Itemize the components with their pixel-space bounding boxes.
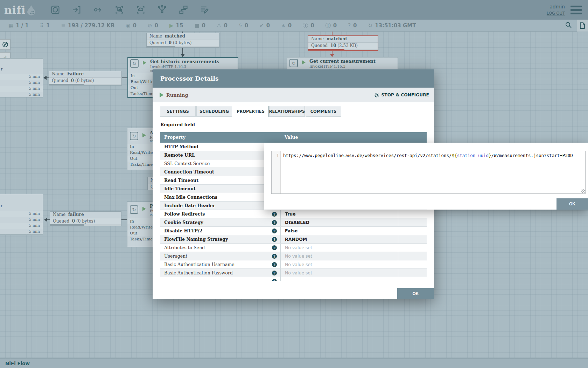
stat-invalid: ⚠0: [217, 22, 227, 29]
connection-label-matched-alert[interactable]: Name matched Queued 10 (2.53 KB): [308, 35, 378, 51]
navigate-palette-button[interactable]: [0, 39, 10, 50]
sync-failure-icon: ?: [348, 22, 351, 29]
stat-stopped: ■0: [194, 22, 205, 29]
tab-scheduling[interactable]: SCHEDULING: [196, 106, 232, 117]
gear-icon: [374, 93, 379, 98]
search-icon[interactable]: [565, 21, 572, 30]
running-icon: ▶: [169, 22, 174, 29]
label-icon[interactable]: [200, 5, 210, 15]
running-indicator-icon: [143, 61, 146, 65]
component-toolbar: [50, 5, 210, 15]
remote-url-value[interactable]: https://www.pegelonline.wsv.de/webservic…: [281, 151, 573, 193]
table-row: Basic Authentication Username?No value s…: [160, 260, 427, 269]
current-user: admin: [547, 4, 565, 9]
connection-label-failure-bottom[interactable]: Name failure Queued 0 (0 bytes): [50, 211, 121, 226]
running-indicator-icon: [142, 207, 146, 211]
running-status-icon: [160, 93, 163, 97]
invalid-icon: ⚠: [217, 22, 221, 29]
stat-not-transmitting: ⊘0: [148, 22, 158, 29]
refresh-icon[interactable]: ↻: [368, 22, 373, 29]
template-icon[interactable]: [178, 5, 188, 15]
stat-connected-nodes: ▦1 / 1: [8, 22, 29, 29]
remote-process-group-icon[interactable]: [136, 5, 146, 15]
processor-title: Get current measurement: [309, 59, 376, 64]
dialog-ok-button[interactable]: OK: [397, 288, 434, 299]
tab-comments[interactable]: COMMENTS: [306, 106, 341, 117]
help-icon[interactable]: ?: [272, 279, 277, 281]
stat-locally-modified: ∗0: [281, 22, 292, 29]
stat-running: ▶15: [169, 22, 183, 29]
global-menu-icon[interactable]: [570, 6, 582, 14]
processor-icon[interactable]: [50, 5, 60, 15]
flow-settings-button[interactable]: [577, 20, 588, 32]
table-row: Cookie Strategy?DISABLED: [160, 218, 427, 227]
stopped-icon: ■: [194, 22, 199, 29]
processor-icon: ↻: [130, 132, 138, 140]
arrowhead-failure-top: [43, 76, 47, 80]
help-icon[interactable]: ?: [272, 220, 277, 225]
processor-title: Get historic measurements: [150, 59, 219, 64]
table-row: Follow Redirects?True: [160, 210, 427, 218]
stat-disabled: ϟ0: [239, 22, 248, 29]
processor-clipped-bottom-left[interactable]: 5 min 5 min 5 min 5 min: [0, 194, 43, 235]
help-icon[interactable]: ?: [272, 245, 277, 250]
table-row: Useragent?No value set: [160, 252, 427, 260]
cluster-icon: ▦: [8, 22, 13, 29]
stop-and-configure-button[interactable]: STOP & CONFIGURE: [374, 93, 429, 98]
expression-language-variable: station_uuid: [457, 153, 489, 158]
help-icon[interactable]: ?: [272, 262, 277, 267]
transmitting-icon: ◉: [126, 22, 130, 29]
connection-label-failure-top[interactable]: Name Failure Queued 0 (0 bytes): [49, 71, 122, 86]
resize-handle[interactable]: [581, 189, 585, 193]
editor-ok-button[interactable]: OK: [556, 198, 588, 210]
stat-up-to-date: ✔0: [259, 22, 270, 29]
invokehttp-processor-icon: ↻: [130, 59, 139, 68]
funnel-icon[interactable]: [157, 5, 167, 15]
table-row: Disable HTTP/2?False: [160, 227, 427, 235]
connection-label-matched-top[interactable]: Name matched Queued 0 (0 bytes): [146, 33, 219, 48]
last-refresh[interactable]: ↻13:51:03 GMT: [368, 22, 416, 29]
processor-type: InvokeHTTP 1.16.3: [309, 64, 345, 68]
nifi-drop-icon: [27, 4, 36, 15]
running-indicator-icon: [302, 60, 306, 64]
help-icon[interactable]: ?: [272, 212, 277, 217]
arrowhead-failure-bottom: [44, 218, 47, 222]
input-port-icon[interactable]: [72, 5, 82, 15]
logout-link[interactable]: LOG OUT: [547, 11, 565, 16]
process-group-icon[interactable]: [114, 5, 124, 15]
tab-properties[interactable]: PROPERTIES: [233, 106, 268, 117]
stat-sync-failure: ?0: [348, 22, 357, 29]
dialog-header: Processor Details: [153, 69, 434, 88]
dialog-status-row: Running STOP & CONFIGURE: [153, 88, 434, 102]
help-icon[interactable]: ?: [272, 254, 277, 259]
tab-relationships[interactable]: RELATIONSHIPS: [269, 106, 305, 117]
locally-modified-icon: ∗: [281, 22, 286, 29]
nifi-logo: nifi: [4, 4, 43, 16]
stat-locally-modified-stale: !0: [326, 22, 337, 29]
property-column-header: Property: [160, 132, 280, 143]
tab-settings[interactable]: SETTINGS: [160, 106, 196, 117]
output-port-icon[interactable]: [93, 5, 103, 15]
help-icon[interactable]: ?: [272, 229, 277, 233]
dialog-tabs: SETTINGS SCHEDULING PROPERTIES RELATIONS…: [160, 106, 427, 117]
help-icon[interactable]: ?: [272, 271, 277, 275]
breadcrumb[interactable]: NiFi Flow: [5, 361, 30, 366]
stale-icon: ↑: [303, 23, 308, 28]
app-header: nifi admin LOG OUT: [0, 0, 588, 20]
value-editor-textarea[interactable]: 1 https://www.pegelonline.wsv.de/webserv…: [271, 151, 586, 194]
up-to-date-icon: ✔: [259, 22, 264, 29]
running-status-label: Running: [166, 93, 188, 98]
arrowhead-matched-top: [181, 54, 185, 57]
value-column-header: Value: [280, 132, 398, 143]
help-icon[interactable]: ?: [272, 237, 277, 242]
running-indicator-icon: [142, 133, 146, 137]
threads-icon: ⠿: [40, 22, 44, 29]
stat-active-threads: ⠿1: [40, 22, 50, 29]
locally-modified-stale-icon: !: [326, 23, 331, 28]
clipped-title-fragment: r: [1, 203, 3, 208]
line-number-gutter: 1: [272, 151, 281, 193]
not-transmitting-icon: ⊘: [148, 22, 152, 29]
processor-clipped-top-left[interactable]: 5 min 5 min 5 min 5 min: [0, 58, 43, 97]
stat-stale: ↑0: [303, 22, 314, 29]
arrowhead-matched-alert: [330, 54, 334, 57]
